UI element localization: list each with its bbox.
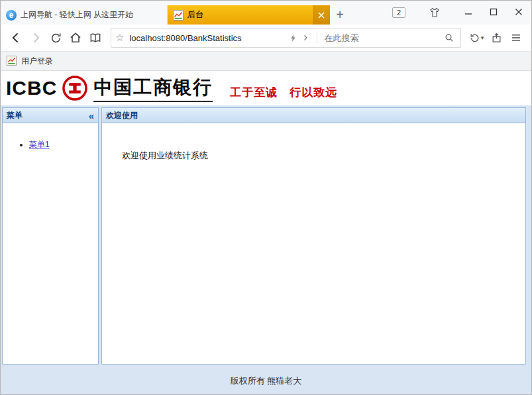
- icbc-abbr: ICBC: [6, 77, 57, 99]
- browser-logo-icon: e: [6, 10, 17, 21]
- speed-mode-icon[interactable]: [286, 31, 299, 44]
- minimize-button[interactable]: [456, 2, 481, 21]
- skin-icon[interactable]: [423, 3, 447, 23]
- main-panel: 欢迎使用 欢迎使用业绩统计系统: [101, 107, 526, 365]
- menu-icon[interactable]: [506, 28, 526, 48]
- close-button[interactable]: [506, 2, 531, 21]
- history-icon[interactable]: ▾: [466, 28, 486, 48]
- bookmark-bar: 用户登录: [1, 52, 531, 71]
- sidebar-title: 菜单: [7, 110, 23, 121]
- bookmark-user-login[interactable]: 用户登录: [7, 56, 53, 67]
- reading-list-icon[interactable]: [85, 28, 105, 48]
- tab-nav-home[interactable]: e 上网导航 - 轻快上网 从这里开始: [1, 5, 168, 25]
- sidebar-panel: 菜单 « 菜单1: [2, 107, 99, 365]
- address-bar[interactable]: ☆: [111, 28, 461, 48]
- back-icon[interactable]: [6, 28, 26, 48]
- menu-list: 菜单1: [3, 139, 98, 150]
- url-input[interactable]: [128, 32, 286, 44]
- bookmark-label: 用户登录: [21, 56, 53, 67]
- menu-list-item: 菜单1: [29, 139, 98, 150]
- browser-window: e 上网导航 - 轻快上网 从这里开始 后台 + 2: [0, 0, 532, 395]
- refresh-icon[interactable]: [46, 28, 66, 48]
- tab-label: 后台: [187, 9, 309, 21]
- main-panel-header: 欢迎使用: [102, 108, 525, 123]
- share-icon[interactable]: [486, 28, 506, 48]
- address-expand-icon[interactable]: [299, 31, 311, 44]
- navigation-bar: ☆ ▾: [1, 25, 531, 52]
- page-footer: 版权所有 熊猫老大: [1, 367, 531, 394]
- maximize-button[interactable]: [481, 2, 506, 21]
- page-favicon-icon: [173, 10, 184, 21]
- sidebar-item-menu1[interactable]: 菜单1: [29, 140, 50, 149]
- home-icon[interactable]: [66, 28, 85, 48]
- icbc-logo-icon: [61, 74, 89, 102]
- tab-close-icon[interactable]: [313, 5, 330, 25]
- search-input[interactable]: [323, 32, 442, 44]
- tab-bar: e 上网导航 - 轻快上网 从这里开始 后台 + 2: [1, 1, 531, 25]
- main-panel-title: 欢迎使用: [106, 110, 138, 121]
- search-icon[interactable]: [442, 30, 456, 45]
- main-panel-body: 欢迎使用业绩统计系统: [102, 123, 525, 364]
- sidebar-header: 菜单 «: [3, 108, 98, 123]
- bookmark-favicon-icon: [7, 56, 17, 66]
- page-viewport: ICBC 中国工商银行 工于至诚 行以致远 菜单 «: [1, 71, 531, 394]
- brand-header: ICBC 中国工商银行 工于至诚 行以致远: [1, 71, 531, 105]
- sidebar-collapse-icon[interactable]: «: [89, 111, 94, 121]
- favorite-star-icon[interactable]: ☆: [115, 32, 124, 44]
- history-dropdown-caret: ▾: [481, 34, 484, 41]
- forward-icon[interactable]: [26, 28, 46, 48]
- tab-label: 上网导航 - 轻快上网 从这里开始: [21, 9, 162, 21]
- download-count-badge[interactable]: 2: [392, 7, 405, 18]
- sidebar-body: 菜单1: [3, 123, 98, 364]
- address-divider: [317, 32, 317, 44]
- new-tab-button[interactable]: +: [330, 5, 350, 25]
- tab-admin[interactable]: 后台: [168, 5, 330, 25]
- bank-name: 中国工商银行: [93, 75, 213, 102]
- welcome-text: 欢迎使用业绩统计系统: [102, 123, 525, 162]
- brand-slogan: 工于至诚 行以致远: [230, 85, 337, 100]
- workspace: 菜单 « 菜单1 欢迎使用 欢迎使用业绩统计系统: [1, 105, 531, 367]
